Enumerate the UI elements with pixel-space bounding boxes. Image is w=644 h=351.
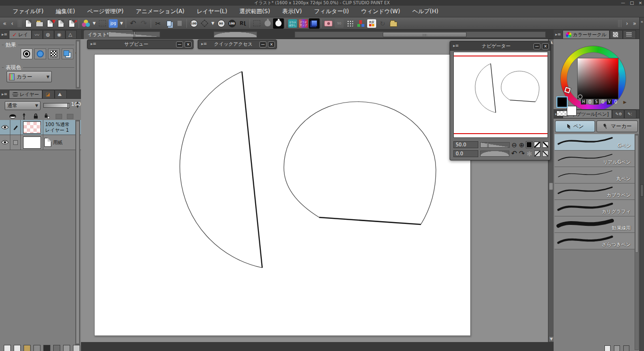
navigator-flip-v-button[interactable] bbox=[542, 142, 548, 148]
navigator-rotate-ccw-icon[interactable]: ↶ bbox=[511, 150, 517, 157]
brush-rough-pen[interactable]: ざらつきペン bbox=[555, 233, 635, 249]
navigator-preview[interactable] bbox=[453, 52, 548, 138]
blend-mode-dropdown[interactable]: 通常▼ bbox=[5, 101, 40, 110]
menu-page[interactable]: ページ管理(P) bbox=[81, 6, 129, 17]
tab-scene[interactable]: ⛰ bbox=[55, 90, 67, 98]
navigator-rotation-value[interactable]: 0.0 bbox=[453, 150, 478, 157]
navigator-fit-button[interactable] bbox=[526, 142, 532, 148]
subview-close-button[interactable]: × bbox=[185, 41, 192, 48]
menu-animation[interactable]: アニメーション(A) bbox=[130, 6, 191, 17]
navigator-zoom-value[interactable]: 50.0 bbox=[453, 141, 478, 148]
save-button[interactable] bbox=[56, 18, 66, 29]
navigator-titlebar[interactable]: ▸≡ ナビゲーター — × bbox=[450, 41, 550, 51]
navigator-reset-view-button[interactable] bbox=[542, 151, 548, 157]
fit-to-screen-button[interactable] bbox=[199, 18, 210, 29]
apply-mask-button[interactable] bbox=[53, 345, 60, 351]
new-layer-button[interactable] bbox=[4, 345, 11, 351]
expression-color-dropdown[interactable]: カラー ▼ bbox=[7, 71, 52, 82]
menu-file[interactable]: ファイル(F) bbox=[7, 6, 49, 17]
tab-color-circle[interactable]: カラーサークル bbox=[563, 30, 610, 39]
selection-launcher-button[interactable] bbox=[97, 18, 108, 29]
perspective-ruler-button[interactable]: 90 bbox=[334, 18, 345, 29]
rotate-180-button[interactable]: 180 bbox=[226, 18, 237, 29]
vertical-scroll-thumb[interactable] bbox=[549, 183, 553, 190]
toolbar-scroll-right-icon[interactable]: » bbox=[631, 20, 638, 27]
watercolor-edge-button[interactable] bbox=[34, 48, 46, 59]
color-change-button[interactable]: 色変 bbox=[366, 18, 377, 29]
reference-layer-button[interactable] bbox=[66, 112, 75, 120]
transfer-layer-button[interactable] bbox=[33, 345, 40, 351]
maximize-button[interactable]: □ bbox=[630, 0, 634, 6]
color-settings-dropdown[interactable]: ▼ bbox=[91, 18, 97, 29]
delete-subtool-button[interactable] bbox=[623, 345, 629, 351]
open-file-button[interactable] bbox=[34, 18, 45, 29]
close-button[interactable]: × bbox=[638, 0, 642, 6]
tab-tool-nav[interactable]: ◍ bbox=[43, 30, 54, 39]
redo-button[interactable]: ↷ bbox=[138, 18, 149, 29]
layer-row-layer1[interactable]: 100 %通常 レイヤー 1 bbox=[0, 120, 81, 135]
open-material-folder-button[interactable] bbox=[388, 18, 399, 29]
navigator-zoom-handle[interactable] bbox=[487, 142, 489, 148]
tab-layer-property[interactable]: ✓ レイ bbox=[9, 30, 32, 39]
menu-selection[interactable]: 選択範囲(S) bbox=[233, 6, 276, 17]
toolbar-scroll-left-icon[interactable]: « bbox=[1, 20, 8, 27]
layer1-visibility-toggle[interactable] bbox=[0, 120, 10, 135]
3d-material-button[interactable] bbox=[309, 18, 320, 29]
navigator-close-button[interactable]: × bbox=[542, 43, 549, 49]
color-settings-button[interactable] bbox=[80, 18, 91, 29]
navigator-rotation-slider[interactable] bbox=[480, 151, 509, 157]
tab-subtool-alt1[interactable]: ✎⚙ bbox=[612, 110, 624, 118]
navigator-flip-h-button[interactable] bbox=[534, 142, 540, 148]
new-vector-layer-button[interactable] bbox=[14, 345, 21, 351]
pen-group-tab[interactable]: ペン bbox=[555, 120, 595, 132]
horizontal-scroll-thumb[interactable] bbox=[383, 32, 467, 37]
tab-material[interactable]: △ bbox=[65, 30, 77, 39]
toolbar-grip-right[interactable] bbox=[618, 20, 621, 27]
navigator-zoom-out-icon[interactable]: ⊖ bbox=[512, 142, 517, 148]
jpg-export-dropdown[interactable]: ▼ bbox=[119, 18, 124, 29]
toolbar-scroll-left2-icon[interactable]: ‹ bbox=[8, 20, 16, 27]
mask-button[interactable] bbox=[8, 112, 17, 120]
navigator-zoom-slider[interactable] bbox=[480, 142, 509, 148]
register-subtool-button[interactable] bbox=[604, 345, 611, 351]
menu-edit[interactable]: 編集(E) bbox=[49, 6, 81, 17]
brush-effect-line[interactable]: 効果線用 bbox=[555, 216, 635, 233]
menu-help[interactable]: ヘルプ(H) bbox=[406, 6, 444, 17]
export-button[interactable]: ➜ bbox=[66, 18, 77, 29]
status-zoom-slider[interactable] bbox=[108, 32, 160, 37]
sv-square[interactable] bbox=[577, 58, 619, 99]
quick-access-close-button[interactable]: × bbox=[268, 41, 275, 48]
navigator-rotate-cw-icon[interactable]: ↷ bbox=[519, 150, 525, 157]
opacity-slider[interactable] bbox=[43, 103, 70, 108]
subview-menu-icon[interactable]: ▸≡ bbox=[90, 40, 97, 47]
foreground-color-swatch[interactable] bbox=[556, 96, 568, 108]
lock-transparent-button[interactable] bbox=[43, 112, 52, 120]
subtool-scrollbar[interactable] bbox=[635, 134, 639, 350]
brush-kabura-pen[interactable]: カブラペン bbox=[555, 183, 635, 200]
navigator-reset-rotation-icon[interactable]: ✻ bbox=[527, 151, 532, 157]
new-file-button[interactable] bbox=[23, 18, 34, 29]
layer-property-menu-icon[interactable]: ▸≡ bbox=[1, 31, 8, 38]
mask-layer-button[interactable] bbox=[63, 345, 70, 351]
status-zoom-handle[interactable] bbox=[134, 32, 135, 37]
jpg-export-button[interactable]: jpg bbox=[108, 18, 119, 29]
brush-maru-pen[interactable]: 丸ペン bbox=[555, 167, 635, 183]
opacity-slider-handle[interactable] bbox=[67, 103, 69, 109]
tab-subtool-alt2[interactable]: ✎: bbox=[624, 110, 636, 118]
status-rotation-slider[interactable] bbox=[214, 32, 257, 38]
flip-horizontal-button[interactable]: JЯ bbox=[237, 18, 248, 29]
brush-real-g-pen[interactable]: リアルGペン bbox=[555, 151, 635, 167]
navigator-flip-preview-button[interactable] bbox=[534, 151, 540, 157]
canvas-horizontal-scrollbar[interactable] bbox=[295, 32, 546, 38]
opacity-spinner[interactable]: ▲▼ bbox=[76, 101, 80, 109]
lock-layer-button[interactable] bbox=[32, 112, 40, 120]
zoom-dropdown[interactable]: ▼ bbox=[210, 18, 216, 29]
merge-layer-button[interactable] bbox=[43, 345, 50, 351]
gradient-map-button[interactable]: グラデマップ bbox=[298, 18, 309, 29]
sv-marker[interactable] bbox=[578, 95, 582, 99]
duplicate-subtool-button[interactable] bbox=[614, 345, 620, 351]
rotate-view-button[interactable]: ↻ bbox=[377, 18, 388, 29]
collapse-right-icon[interactable]: « bbox=[640, 19, 644, 24]
right-strip-grip[interactable] bbox=[640, 184, 644, 197]
tab-layers[interactable]: レイヤー bbox=[9, 90, 42, 98]
